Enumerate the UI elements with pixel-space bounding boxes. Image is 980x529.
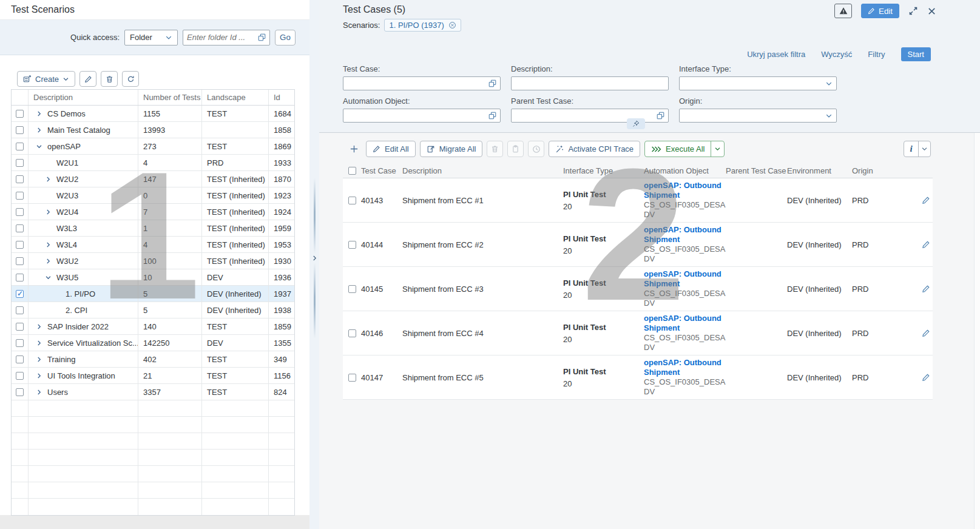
row-checkbox[interactable] bbox=[348, 197, 356, 204]
row-checkbox[interactable] bbox=[348, 241, 356, 249]
edit-all-button[interactable]: Edit All bbox=[366, 141, 416, 157]
quick-access-type-select[interactable]: Folder bbox=[124, 30, 178, 45]
expand-arrow-icon[interactable] bbox=[35, 372, 43, 379]
messages-button[interactable] bbox=[834, 4, 852, 18]
test-case-row[interactable]: 40143 Shipment from ECC #1 PI Unit Test … bbox=[343, 178, 933, 223]
history-button[interactable] bbox=[528, 141, 544, 157]
row-checkbox[interactable] bbox=[348, 374, 356, 382]
value-help-icon[interactable] bbox=[657, 112, 664, 120]
row-checkbox[interactable] bbox=[16, 306, 24, 314]
delete-test-case-button[interactable] bbox=[487, 141, 503, 157]
expand-arrow-icon[interactable] bbox=[35, 356, 43, 363]
add-test-case-button[interactable] bbox=[346, 141, 362, 157]
start-button[interactable]: Start bbox=[901, 47, 931, 61]
edit-row-icon[interactable] bbox=[922, 373, 930, 382]
row-checkbox[interactable] bbox=[16, 372, 24, 380]
row-checkbox[interactable] bbox=[16, 159, 24, 167]
refresh-button[interactable] bbox=[122, 71, 139, 87]
expand-arrow-icon[interactable] bbox=[44, 258, 52, 264]
scenario-row[interactable]: UI Tools Integration 21 TEST 1156 bbox=[12, 368, 294, 384]
automation-object-link[interactable]: openSAP: Outbound Shipment bbox=[644, 269, 726, 289]
select-all-checkbox[interactable] bbox=[348, 167, 356, 175]
scenario-row[interactable]: Main Test Catalog 13993 1858 bbox=[12, 122, 294, 138]
filter-origin-select[interactable] bbox=[679, 109, 837, 123]
filters-link[interactable]: Filtry bbox=[868, 50, 885, 59]
expand-arrow-icon[interactable] bbox=[35, 143, 43, 150]
row-checkbox[interactable] bbox=[16, 257, 24, 265]
execute-all-button[interactable]: Execute All bbox=[645, 141, 711, 157]
scenario-row[interactable]: W3U5 10 DEV 1936 bbox=[12, 269, 294, 286]
scenario-row[interactable]: W3L3 1 TEST (Inherited) 1959 bbox=[12, 220, 294, 237]
paste-button[interactable] bbox=[507, 141, 524, 157]
row-checkbox[interactable] bbox=[16, 323, 24, 331]
row-checkbox[interactable] bbox=[16, 126, 24, 134]
create-button[interactable]: Create bbox=[17, 71, 75, 87]
test-case-row[interactable]: 40144 Shipment from ECC #2 PI Unit Test … bbox=[343, 223, 933, 267]
scenario-row[interactable]: CS Demos 1155 TEST 1684 bbox=[12, 106, 294, 122]
migrate-all-button[interactable]: Migrate All bbox=[420, 141, 483, 157]
expand-arrow-icon[interactable] bbox=[44, 274, 52, 281]
edit-row-icon[interactable] bbox=[922, 329, 930, 337]
expand-arrow-icon[interactable] bbox=[35, 323, 43, 330]
scenario-token[interactable]: 1. PI/PO (1937) bbox=[384, 19, 461, 32]
close-icon[interactable] bbox=[927, 7, 936, 16]
edit-row-icon[interactable] bbox=[922, 196, 930, 204]
expand-arrow-icon[interactable] bbox=[35, 110, 43, 117]
clear-filters-link[interactable]: Wyczyść bbox=[821, 50, 852, 59]
execute-all-menu-arrow[interactable] bbox=[711, 141, 724, 157]
info-menu-arrow[interactable] bbox=[919, 141, 930, 157]
delete-scenario-button[interactable] bbox=[101, 71, 118, 87]
quick-access-id-input[interactable] bbox=[187, 33, 255, 42]
scenario-row[interactable]: 1. PI/PO 5 DEV (Inherited) 1937 bbox=[12, 286, 294, 302]
go-button[interactable]: Go bbox=[275, 30, 296, 45]
info-button[interactable]: i bbox=[904, 141, 918, 157]
scenario-row[interactable]: Training 402 TEST 349 bbox=[12, 351, 294, 368]
splitter-expand-icon[interactable] bbox=[311, 253, 319, 263]
edit-row-icon[interactable] bbox=[922, 285, 930, 293]
expand-arrow-icon[interactable] bbox=[44, 176, 52, 183]
expand-arrow-icon[interactable] bbox=[44, 241, 52, 248]
row-checkbox[interactable] bbox=[16, 175, 24, 183]
test-case-row[interactable]: 40145 Shipment from ECC #3 PI Unit Test … bbox=[343, 267, 933, 311]
hide-filter-bar-link[interactable]: Ukryj pasek filtra bbox=[747, 50, 805, 59]
edit-button[interactable]: Edit bbox=[861, 4, 899, 18]
filter-description-input[interactable] bbox=[515, 79, 664, 88]
panel-splitter[interactable] bbox=[309, 0, 319, 529]
test-case-row[interactable]: 40146 Shipment from ECC #4 PI Unit Test … bbox=[343, 311, 933, 355]
expand-arrow-icon[interactable] bbox=[44, 209, 52, 215]
filter-test-case-input[interactable] bbox=[347, 79, 486, 88]
edit-row-icon[interactable] bbox=[922, 240, 930, 249]
scenario-row[interactable]: Users 3357 TEST 824 bbox=[12, 384, 294, 400]
row-checkbox[interactable] bbox=[16, 110, 24, 118]
scrollbar-track[interactable] bbox=[974, 133, 980, 529]
automation-object-link[interactable]: openSAP: Outbound Shipment bbox=[644, 314, 726, 333]
scenario-row[interactable]: W3U2 100 TEST (Inherited) 1930 bbox=[12, 253, 294, 269]
fullscreen-icon[interactable] bbox=[908, 6, 918, 16]
scenario-row[interactable]: W3L4 4 TEST (Inherited) 1953 bbox=[12, 237, 294, 253]
expand-arrow-icon[interactable] bbox=[35, 389, 43, 396]
expand-arrow-icon[interactable] bbox=[35, 127, 43, 133]
automation-object-link[interactable]: openSAP: Outbound Shipment bbox=[644, 225, 726, 244]
row-checkbox[interactable] bbox=[348, 285, 356, 293]
filter-automation-object-input[interactable] bbox=[347, 111, 486, 120]
row-checkbox[interactable] bbox=[348, 329, 356, 337]
value-help-icon[interactable] bbox=[488, 112, 496, 120]
row-checkbox[interactable] bbox=[16, 143, 24, 150]
automation-object-link[interactable]: openSAP: Outbound Shipment bbox=[644, 358, 726, 377]
scenario-row[interactable]: openSAP 273 TEST 1869 bbox=[12, 138, 294, 155]
value-help-icon[interactable] bbox=[488, 79, 496, 87]
scenario-row[interactable]: W2U2 147 TEST (Inherited) 1870 bbox=[12, 171, 294, 187]
value-help-icon[interactable] bbox=[258, 33, 266, 41]
activate-cpi-trace-button[interactable]: Activate CPI Trace bbox=[549, 141, 640, 157]
pin-filter-bar-button[interactable] bbox=[627, 118, 645, 129]
row-checkbox[interactable] bbox=[16, 241, 24, 249]
scenario-row[interactable]: Service Virtualization Sc... 142250 DEV … bbox=[12, 335, 294, 351]
automation-object-link[interactable]: openSAP: Outbound Shipment bbox=[644, 181, 726, 200]
token-remove-icon[interactable] bbox=[448, 21, 456, 29]
row-checkbox[interactable] bbox=[16, 274, 24, 281]
scenario-row[interactable]: 2. CPI 5 DEV (Inherited) 1938 bbox=[12, 302, 294, 318]
edit-scenario-button[interactable] bbox=[79, 71, 96, 87]
scenario-row[interactable]: W2U4 7 TEST (Inherited) 1924 bbox=[12, 204, 294, 220]
scenario-row[interactable]: W2U3 0 TEST (Inherited) 1923 bbox=[12, 187, 294, 204]
row-checkbox[interactable] bbox=[16, 290, 24, 298]
